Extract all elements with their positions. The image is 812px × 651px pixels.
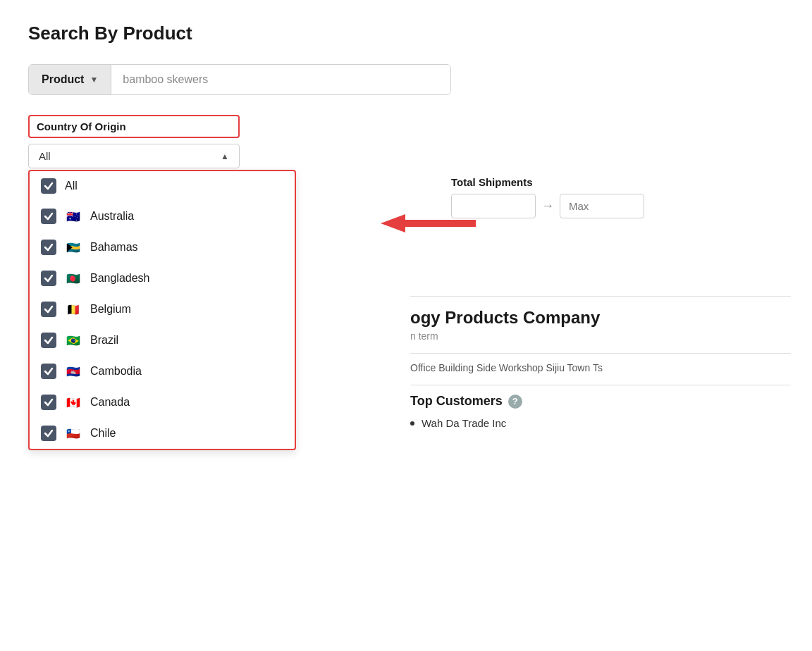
shipments-min-input[interactable] bbox=[451, 194, 536, 218]
flag-canada: 🇨🇦 bbox=[65, 394, 82, 411]
list-item[interactable]: 🇧🇪 Belgium bbox=[30, 294, 295, 325]
checkbox-all bbox=[41, 178, 56, 194]
checkbox-belgium bbox=[41, 302, 56, 317]
checkbox-chile bbox=[41, 426, 56, 441]
search-type-label: Product bbox=[42, 73, 84, 86]
main-content: Search By Product Product ▼ Country Of O… bbox=[0, 0, 812, 202]
country-name-australia: Australia bbox=[90, 210, 134, 223]
customer-item: Wah Da Trade Inc bbox=[410, 417, 791, 429]
checkbox-cambodia bbox=[41, 364, 56, 379]
company-section: ogy Products Company n term Office Build… bbox=[410, 296, 791, 433]
country-selected-value: All bbox=[39, 150, 51, 162]
checkbox-brazil bbox=[41, 333, 56, 348]
checkbox-bangladesh bbox=[41, 271, 56, 286]
country-dropdown-trigger[interactable]: All ▲ bbox=[28, 144, 240, 168]
country-name-brazil: Brazil bbox=[90, 334, 118, 347]
list-item[interactable]: 🇨🇦 Canada bbox=[30, 387, 295, 418]
top-customers-header: Top Customers ? bbox=[410, 394, 791, 409]
chevron-down-icon: ▼ bbox=[90, 75, 98, 85]
country-name-canada: Canada bbox=[90, 396, 130, 409]
divider-2 bbox=[410, 385, 791, 385]
page-container: Search By Product Product ▼ Country Of O… bbox=[0, 0, 812, 651]
svg-rect-0 bbox=[405, 220, 476, 227]
divider bbox=[410, 353, 791, 354]
country-name-all: All bbox=[65, 180, 78, 192]
list-item[interactable]: 🇧🇷 Brazil bbox=[30, 325, 295, 356]
top-customers-label: Top Customers bbox=[410, 394, 503, 409]
list-item[interactable]: 🇧🇩 Bangladesh bbox=[30, 263, 295, 294]
country-name-cambodia: Cambodia bbox=[90, 365, 142, 378]
country-name-chile: Chile bbox=[90, 427, 116, 440]
bullet-icon bbox=[410, 421, 414, 426]
arrow-right-icon: → bbox=[541, 199, 554, 213]
checkbox-bahamas bbox=[41, 240, 56, 255]
shipments-inputs: → bbox=[451, 194, 644, 218]
list-item[interactable]: 🇦🇺 Australia bbox=[30, 201, 295, 232]
country-name-belgium: Belgium bbox=[90, 303, 131, 316]
page-title: Search By Product bbox=[28, 23, 784, 44]
search-bar: Product ▼ bbox=[28, 64, 451, 95]
up-arrow-icon: ▲ bbox=[221, 151, 229, 161]
country-filter-group: Country Of Origin All ▲ A bbox=[28, 115, 240, 168]
flag-brazil: 🇧🇷 bbox=[65, 332, 82, 349]
country-name-bangladesh: Bangladesh bbox=[90, 272, 150, 285]
shipments-section: Total Shipments → bbox=[451, 176, 644, 218]
list-item[interactable]: 🇰🇭 Cambodia bbox=[30, 356, 295, 387]
help-icon[interactable]: ? bbox=[508, 395, 522, 409]
flag-australia: 🇦🇺 bbox=[65, 208, 82, 225]
country-filter-label: Country Of Origin bbox=[28, 115, 240, 138]
flag-belgium: 🇧🇪 bbox=[65, 301, 82, 318]
checkbox-canada bbox=[41, 395, 56, 410]
company-name: ogy Products Company bbox=[410, 308, 791, 328]
svg-marker-1 bbox=[381, 214, 405, 232]
list-item[interactable]: 🇨🇱 Chile bbox=[30, 418, 295, 449]
address-text: Office Building Side Workshop Sijiu Town… bbox=[410, 362, 791, 373]
company-sub: n term bbox=[410, 330, 791, 342]
flag-bangladesh: 🇧🇩 bbox=[65, 270, 82, 287]
customer-name: Wah Da Trade Inc bbox=[422, 417, 506, 429]
shipments-max-input[interactable] bbox=[560, 194, 644, 218]
list-item[interactable]: All bbox=[30, 171, 295, 201]
country-dropdown-menu: All 🇦🇺 Australia bbox=[28, 170, 296, 450]
filters-row: Country Of Origin All ▲ A bbox=[28, 115, 784, 168]
flag-bahamas: 🇧🇸 bbox=[65, 239, 82, 256]
flag-chile: 🇨🇱 bbox=[65, 425, 82, 442]
country-name-bahamas: Bahamas bbox=[90, 241, 138, 254]
search-type-button[interactable]: Product ▼ bbox=[29, 65, 111, 94]
search-input[interactable] bbox=[111, 65, 450, 94]
shipments-label: Total Shipments bbox=[451, 176, 644, 188]
checkbox-australia bbox=[41, 209, 56, 224]
list-item[interactable]: 🇧🇸 Bahamas bbox=[30, 232, 295, 263]
flag-cambodia: 🇰🇭 bbox=[65, 363, 82, 380]
